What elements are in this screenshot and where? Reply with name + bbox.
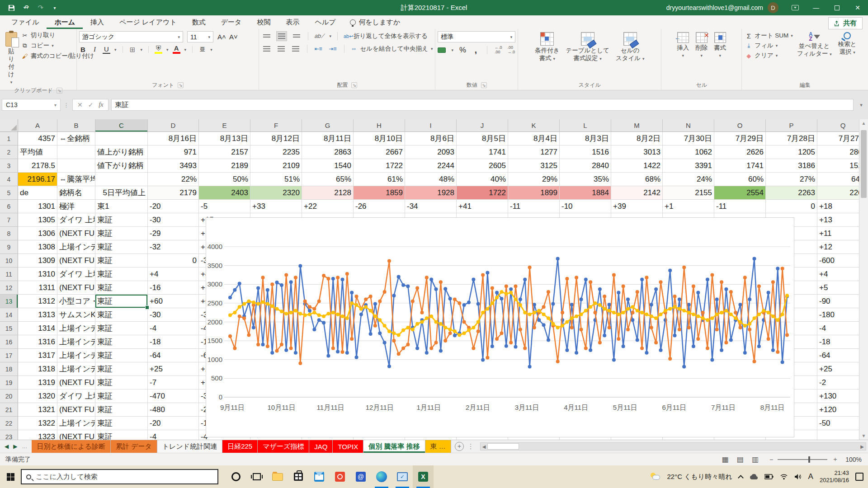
cell-B12[interactable]: (NEXT FU: [57, 281, 95, 295]
cell-C14[interactable]: 東証: [95, 308, 148, 322]
row-header-13[interactable]: 13: [0, 295, 18, 308]
excel-taskbar-icon[interactable]: X: [413, 465, 434, 488]
cell-B5[interactable]: 銘柄名: [57, 186, 95, 200]
cell-C17[interactable]: 東証: [95, 349, 148, 362]
cell-B18[interactable]: 上場インデ: [57, 362, 95, 376]
cell-J2[interactable]: 1741: [457, 145, 508, 159]
customize-quick-access-icon[interactable]: ▾: [48, 1, 61, 14]
cell-E4[interactable]: 50%: [199, 173, 250, 186]
microsoft-store-icon[interactable]: [288, 465, 309, 488]
save-icon[interactable]: [5, 1, 18, 14]
news-app-icon[interactable]: [330, 465, 350, 488]
cell-C8[interactable]: 東証: [95, 227, 148, 240]
font-family-select[interactable]: 游ゴシック▾: [79, 31, 183, 42]
cell-B9[interactable]: 上場インデ: [57, 240, 95, 254]
insert-function-icon[interactable]: fx: [99, 101, 103, 108]
row-header-11[interactable]: 11: [0, 267, 18, 281]
cell-O1[interactable]: 7月29日: [714, 132, 766, 145]
wifi-icon[interactable]: [780, 474, 788, 480]
ribbon-tab-ファイル[interactable]: ファイル: [4, 15, 47, 29]
clock[interactable]: 21:43 2021/08/16: [820, 469, 849, 484]
scroll-up-icon[interactable]: ▲: [862, 121, 866, 126]
cell-E2[interactable]: 2157: [199, 145, 250, 159]
format-as-table-button[interactable]: テーブルとして書式設定 ▾: [562, 30, 612, 80]
cell-A8[interactable]: 1306: [18, 227, 57, 240]
start-button[interactable]: [0, 465, 21, 488]
cell-L2[interactable]: 1516: [560, 145, 611, 159]
underline-icon[interactable]: U: [103, 45, 110, 54]
cell-H6[interactable]: -26: [354, 200, 405, 213]
cell-A9[interactable]: 1308: [18, 240, 57, 254]
weather-icon[interactable]: [650, 473, 660, 481]
taskbar-search-input[interactable]: ここに入力して検索: [21, 469, 218, 484]
column-header-J[interactable]: J: [457, 119, 508, 132]
cell-Q19[interactable]: -2: [817, 376, 859, 389]
column-header-O[interactable]: O: [714, 119, 766, 132]
cell-Q20[interactable]: +130: [817, 389, 859, 403]
cell-N6[interactable]: +1: [663, 200, 714, 213]
cell-D14[interactable]: -30: [148, 308, 199, 322]
cell-K5[interactable]: 1899: [508, 186, 560, 200]
edge-icon[interactable]: [371, 465, 392, 488]
cell-F3[interactable]: 2109: [250, 159, 302, 173]
decrease-font-icon[interactable]: A˅: [229, 33, 237, 41]
row-header-21[interactable]: 21: [0, 403, 18, 417]
cell-H2[interactable]: 2667: [354, 145, 405, 159]
cell-C7[interactable]: 東証: [95, 213, 148, 227]
currency-chevron-icon[interactable]: ▾: [451, 48, 453, 52]
cell-D16[interactable]: -18: [148, 335, 199, 349]
cell-D21[interactable]: -480: [148, 403, 199, 417]
page-layout-view-icon[interactable]: ▤: [737, 455, 744, 464]
stock-line-chart[interactable]: 050010001500200025003000350040009月11日10月…: [206, 217, 794, 437]
expand-formula-bar-icon[interactable]: ▾: [856, 102, 866, 108]
cell-A5[interactable]: de: [18, 186, 57, 200]
cell-P6[interactable]: 0: [766, 200, 817, 213]
cell-N1[interactable]: 7月30日: [663, 132, 714, 145]
sheet-tab-JAQ[interactable]: JAQ: [309, 440, 333, 453]
row-header-6[interactable]: 6: [0, 200, 18, 213]
cell-Q9[interactable]: +12: [817, 240, 859, 254]
align-center-icon[interactable]: [276, 44, 287, 54]
page-break-view-icon[interactable]: ▥: [752, 455, 759, 464]
cell-Q6[interactable]: +18: [817, 200, 859, 213]
cell-Q8[interactable]: +11: [817, 227, 859, 240]
column-header-K[interactable]: K: [508, 119, 560, 132]
cell-F2[interactable]: 2235: [250, 145, 302, 159]
cell-M5[interactable]: 2142: [611, 186, 663, 200]
cell-A15[interactable]: 1314: [18, 322, 57, 335]
cell-B7[interactable]: ダイワ 上場: [57, 213, 95, 227]
cell-D18[interactable]: +25: [148, 362, 199, 376]
cell-A22[interactable]: 1322: [18, 417, 57, 430]
cell-D17[interactable]: -64: [148, 349, 199, 362]
sheet-tab-TOPIX[interactable]: TOPIX: [333, 440, 363, 453]
cell-I3[interactable]: 2244: [405, 159, 457, 173]
cell-C13[interactable]: 東証: [95, 295, 148, 308]
cell-D23[interactable]: -4: [148, 430, 199, 440]
cell-Q10[interactable]: -600: [817, 254, 859, 267]
sheet-tab-累計-データ[interactable]: 累計 データ: [111, 440, 157, 453]
cell-B10[interactable]: (NEXT FU: [57, 254, 95, 267]
cell-styles-button[interactable]: セルのスタイル ▾: [613, 30, 648, 80]
cell-C5[interactable]: 5日平均値上: [95, 186, 148, 200]
cell-A18[interactable]: 1318: [18, 362, 57, 376]
sheet-tab-トレンド統計関連[interactable]: トレンド統計関連: [157, 440, 222, 453]
cell-B6[interactable]: 極洋: [57, 200, 95, 213]
cell-Q5[interactable]: 2267: [817, 186, 859, 200]
cell-C1[interactable]: [95, 132, 148, 145]
cell-B13[interactable]: 小型コア・: [57, 295, 95, 308]
cell-D2[interactable]: 971: [148, 145, 199, 159]
row-header-2[interactable]: 2: [0, 145, 18, 159]
cell-E5[interactable]: 2403: [199, 186, 250, 200]
mail-icon[interactable]: [309, 465, 330, 488]
cell-Q23[interactable]: [817, 430, 859, 440]
battery-icon[interactable]: [764, 474, 774, 479]
cell-D12[interactable]: -16: [148, 281, 199, 295]
row-header-19[interactable]: 19: [0, 376, 18, 389]
cell-A6[interactable]: 1301: [18, 200, 57, 213]
decrease-decimal-icon[interactable]: .00→.0: [508, 46, 515, 55]
cell-J3[interactable]: 2605: [457, 159, 508, 173]
remote-desktop-icon[interactable]: ✓: [392, 465, 413, 488]
at-app-icon[interactable]: @: [350, 465, 371, 488]
cell-A3[interactable]: 2178.5: [18, 159, 57, 173]
enter-formula-icon[interactable]: ✓: [88, 101, 94, 108]
